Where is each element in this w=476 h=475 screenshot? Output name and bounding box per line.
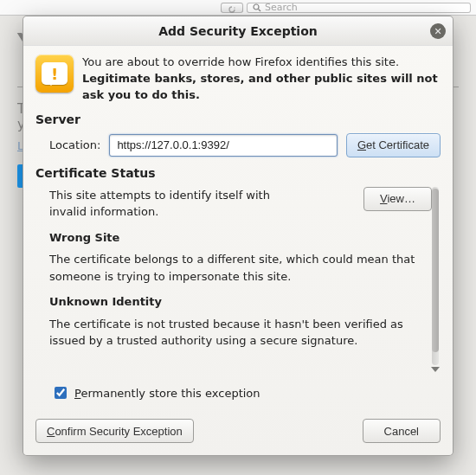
location-label: Location: <box>49 138 100 151</box>
unknown-identity-body: The certificate is not trusted because i… <box>49 316 423 350</box>
view-certificate-button[interactable]: View… <box>363 187 432 211</box>
dialog-titlebar[interactable]: Add Security Exception ✕ <box>23 16 453 46</box>
search-placeholder: Search <box>265 2 298 13</box>
dialog-title: Add Security Exception <box>158 24 317 38</box>
warning-icon: ! <box>35 55 74 93</box>
search-icon <box>253 3 261 12</box>
confirm-security-exception-button[interactable]: Confirm Security Exception <box>35 419 194 443</box>
status-scrollbar[interactable] <box>430 187 441 372</box>
close-icon: ✕ <box>434 26 441 37</box>
warning-line1: You are about to override how Firefox id… <box>82 55 441 71</box>
wrong-site-body: The certificate belongs to a different s… <box>49 251 423 285</box>
certificate-status-body: This site attempts to identify itself wi… <box>35 187 425 372</box>
reload-button[interactable] <box>221 3 243 13</box>
permanently-store-checkbox[interactable] <box>55 387 67 399</box>
server-heading: Server <box>35 112 441 126</box>
unknown-identity-heading: Unknown Identity <box>49 293 423 311</box>
get-certificate-button[interactable]: Get Certificate <box>346 133 441 157</box>
warning-text: You are about to override how Firefox id… <box>82 55 441 104</box>
location-input[interactable] <box>109 134 338 157</box>
cancel-button[interactable]: Cancel <box>363 419 441 443</box>
browser-toolbar: Search <box>0 0 476 16</box>
svg-line-1 <box>259 9 261 11</box>
permanently-store-label[interactable]: Permanently store this exception <box>74 387 261 400</box>
svg-point-0 <box>254 4 259 10</box>
security-exception-dialog: Add Security Exception ✕ ! You are about… <box>23 16 453 456</box>
close-button[interactable]: ✕ <box>430 23 446 39</box>
certificate-status-heading: Certificate Status <box>35 166 441 180</box>
search-input-box[interactable]: Search <box>247 3 471 13</box>
scrollbar-thumb[interactable] <box>432 189 439 353</box>
scrollbar-down-arrow-icon[interactable] <box>431 367 440 372</box>
warning-line2: Legitimate banks, stores, and other publ… <box>82 71 441 104</box>
status-intro: This site attempts to identify itself wi… <box>49 187 309 221</box>
scrollbar-track[interactable] <box>432 187 439 365</box>
wrong-site-heading: Wrong Site <box>49 229 423 247</box>
